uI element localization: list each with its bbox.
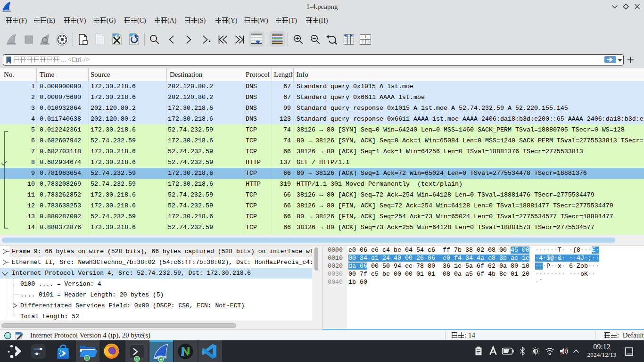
svg-text:1: 1 [364, 35, 366, 39]
svg-text:3: 3 [368, 40, 370, 44]
svg-text:0111: 0111 [97, 42, 103, 45]
svg-text:2: 2 [362, 40, 363, 44]
